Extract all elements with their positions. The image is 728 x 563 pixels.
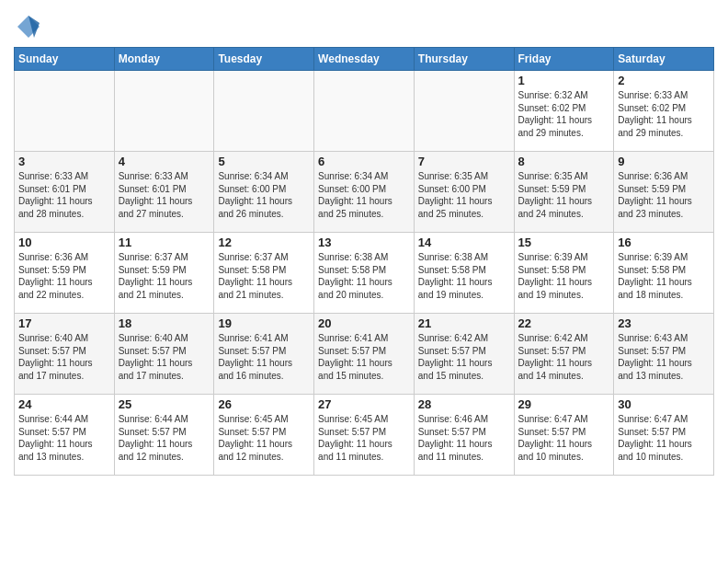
calendar-cell: 16Sunrise: 6:39 AMSunset: 5:58 PMDayligh… (614, 233, 714, 314)
calendar-cell: 21Sunrise: 6:42 AMSunset: 5:57 PMDayligh… (414, 314, 514, 395)
day-info: Sunrise: 6:42 AMSunset: 5:57 PMDaylight:… (418, 332, 510, 382)
calendar-cell: 18Sunrise: 6:40 AMSunset: 5:57 PMDayligh… (114, 314, 214, 395)
day-info: Sunrise: 6:39 AMSunset: 5:58 PMDaylight:… (518, 251, 610, 301)
calendar-cell (414, 71, 514, 152)
calendar-table: SundayMondayTuesdayWednesdayThursdayFrid… (14, 47, 714, 476)
calendar-week-3: 10Sunrise: 6:36 AMSunset: 5:59 PMDayligh… (15, 233, 714, 314)
calendar-week-4: 17Sunrise: 6:40 AMSunset: 5:57 PMDayligh… (15, 314, 714, 395)
day-number: 1 (518, 74, 610, 87)
day-number: 29 (518, 397, 610, 411)
weekday-header-monday: Monday (114, 48, 214, 71)
day-number: 28 (418, 397, 510, 411)
day-number: 17 (18, 316, 110, 330)
weekday-header-tuesday: Tuesday (214, 48, 314, 71)
calendar-cell: 17Sunrise: 6:40 AMSunset: 5:57 PMDayligh… (15, 314, 115, 395)
day-info: Sunrise: 6:45 AMSunset: 5:57 PMDaylight:… (318, 413, 410, 463)
day-info: Sunrise: 6:33 AMSunset: 6:01 PMDaylight:… (18, 170, 110, 220)
weekday-header-row: SundayMondayTuesdayWednesdayThursdayFrid… (15, 48, 714, 71)
logo-icon (16, 14, 41, 40)
day-info: Sunrise: 6:38 AMSunset: 5:58 PMDaylight:… (418, 251, 510, 301)
calendar-week-1: 1Sunrise: 6:32 AMSunset: 6:02 PMDaylight… (15, 71, 714, 152)
day-number: 11 (119, 236, 210, 249)
day-number: 18 (119, 316, 210, 330)
calendar-cell: 1Sunrise: 6:32 AMSunset: 6:02 PMDaylight… (514, 71, 614, 152)
calendar-week-5: 24Sunrise: 6:44 AMSunset: 5:57 PMDayligh… (15, 395, 714, 476)
day-number: 9 (618, 155, 710, 168)
day-info: Sunrise: 6:40 AMSunset: 5:57 PMDaylight:… (18, 332, 110, 382)
day-number: 20 (318, 316, 410, 330)
calendar-cell: 12Sunrise: 6:37 AMSunset: 5:58 PMDayligh… (214, 233, 314, 314)
calendar-cell: 5Sunrise: 6:34 AMSunset: 6:00 PMDaylight… (214, 152, 314, 233)
day-number: 30 (618, 397, 710, 411)
day-number: 24 (18, 397, 110, 411)
day-number: 7 (418, 155, 510, 168)
day-info: Sunrise: 6:45 AMSunset: 5:57 PMDaylight:… (218, 413, 310, 463)
calendar-cell: 20Sunrise: 6:41 AMSunset: 5:57 PMDayligh… (314, 314, 415, 395)
day-info: Sunrise: 6:33 AMSunset: 6:02 PMDaylight:… (618, 89, 710, 139)
day-info: Sunrise: 6:35 AMSunset: 6:00 PMDaylight:… (418, 170, 510, 220)
day-number: 13 (318, 236, 410, 249)
calendar-cell: 29Sunrise: 6:47 AMSunset: 5:57 PMDayligh… (514, 395, 614, 476)
calendar-cell: 3Sunrise: 6:33 AMSunset: 6:01 PMDaylight… (15, 152, 115, 233)
day-number: 23 (618, 316, 710, 330)
day-info: Sunrise: 6:47 AMSunset: 5:57 PMDaylight:… (518, 413, 610, 463)
calendar-cell: 6Sunrise: 6:34 AMSunset: 6:00 PMDaylight… (314, 152, 415, 233)
day-number: 2 (618, 74, 710, 87)
day-info: Sunrise: 6:44 AMSunset: 5:57 PMDaylight:… (119, 413, 210, 463)
day-info: Sunrise: 6:38 AMSunset: 5:58 PMDaylight:… (318, 251, 410, 301)
calendar-cell: 27Sunrise: 6:45 AMSunset: 5:57 PMDayligh… (314, 395, 415, 476)
calendar-cell (15, 71, 115, 152)
weekday-header-thursday: Thursday (414, 48, 514, 71)
calendar-cell: 9Sunrise: 6:36 AMSunset: 5:59 PMDaylight… (614, 152, 714, 233)
day-info: Sunrise: 6:37 AMSunset: 5:58 PMDaylight:… (218, 251, 310, 301)
day-number: 16 (618, 236, 710, 249)
day-info: Sunrise: 6:33 AMSunset: 6:01 PMDaylight:… (119, 170, 210, 220)
day-info: Sunrise: 6:34 AMSunset: 6:00 PMDaylight:… (318, 170, 410, 220)
calendar-cell: 14Sunrise: 6:38 AMSunset: 5:58 PMDayligh… (414, 233, 514, 314)
day-info: Sunrise: 6:32 AMSunset: 6:02 PMDaylight:… (518, 89, 610, 139)
calendar-cell: 28Sunrise: 6:46 AMSunset: 5:57 PMDayligh… (414, 395, 514, 476)
day-number: 14 (418, 236, 510, 249)
day-info: Sunrise: 6:41 AMSunset: 5:57 PMDaylight:… (318, 332, 410, 382)
day-info: Sunrise: 6:34 AMSunset: 6:00 PMDaylight:… (218, 170, 310, 220)
day-info: Sunrise: 6:47 AMSunset: 5:57 PMDaylight:… (618, 413, 710, 463)
day-info: Sunrise: 6:35 AMSunset: 5:59 PMDaylight:… (518, 170, 610, 220)
day-info: Sunrise: 6:40 AMSunset: 5:57 PMDaylight:… (119, 332, 210, 382)
calendar-cell: 23Sunrise: 6:43 AMSunset: 5:57 PMDayligh… (614, 314, 714, 395)
calendar-cell: 10Sunrise: 6:36 AMSunset: 5:59 PMDayligh… (15, 233, 115, 314)
day-number: 22 (518, 316, 610, 330)
calendar-cell (314, 71, 415, 152)
weekday-header-friday: Friday (514, 48, 614, 71)
day-info: Sunrise: 6:36 AMSunset: 5:59 PMDaylight:… (618, 170, 710, 220)
page-container: SundayMondayTuesdayWednesdayThursdayFrid… (0, 0, 728, 485)
day-number: 10 (18, 236, 110, 249)
day-info: Sunrise: 6:39 AMSunset: 5:58 PMDaylight:… (618, 251, 710, 301)
calendar-cell: 15Sunrise: 6:39 AMSunset: 5:58 PMDayligh… (514, 233, 614, 314)
day-number: 8 (518, 155, 610, 168)
logo (14, 14, 41, 40)
day-number: 21 (418, 316, 510, 330)
weekday-header-sunday: Sunday (15, 48, 115, 71)
day-number: 27 (318, 397, 410, 411)
weekday-header-wednesday: Wednesday (314, 48, 415, 71)
calendar-cell: 22Sunrise: 6:42 AMSunset: 5:57 PMDayligh… (514, 314, 614, 395)
day-info: Sunrise: 6:44 AMSunset: 5:57 PMDaylight:… (18, 413, 110, 463)
day-info: Sunrise: 6:37 AMSunset: 5:59 PMDaylight:… (119, 251, 210, 301)
day-number: 3 (18, 155, 110, 168)
calendar-week-2: 3Sunrise: 6:33 AMSunset: 6:01 PMDaylight… (15, 152, 714, 233)
calendar-cell (114, 71, 214, 152)
calendar-cell: 2Sunrise: 6:33 AMSunset: 6:02 PMDaylight… (614, 71, 714, 152)
day-info: Sunrise: 6:43 AMSunset: 5:57 PMDaylight:… (618, 332, 710, 382)
calendar-cell: 7Sunrise: 6:35 AMSunset: 6:00 PMDaylight… (414, 152, 514, 233)
calendar-cell (214, 71, 314, 152)
day-info: Sunrise: 6:46 AMSunset: 5:57 PMDaylight:… (418, 413, 510, 463)
weekday-header-saturday: Saturday (614, 48, 714, 71)
day-info: Sunrise: 6:41 AMSunset: 5:57 PMDaylight:… (218, 332, 310, 382)
day-number: 5 (218, 155, 310, 168)
day-number: 25 (119, 397, 210, 411)
calendar-cell: 4Sunrise: 6:33 AMSunset: 6:01 PMDaylight… (114, 152, 214, 233)
day-info: Sunrise: 6:36 AMSunset: 5:59 PMDaylight:… (18, 251, 110, 301)
calendar-cell: 8Sunrise: 6:35 AMSunset: 5:59 PMDaylight… (514, 152, 614, 233)
calendar-cell: 19Sunrise: 6:41 AMSunset: 5:57 PMDayligh… (214, 314, 314, 395)
day-number: 6 (318, 155, 410, 168)
